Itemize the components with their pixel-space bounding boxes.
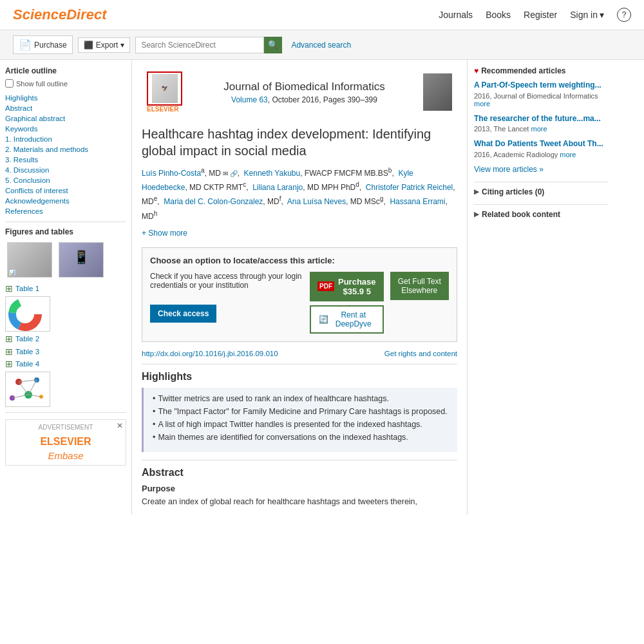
rec-article-1: A Part-Of-Speech term weighting... 2016,… bbox=[474, 80, 609, 108]
table-2-link[interactable]: Table 2 bbox=[15, 335, 39, 343]
ad-close-button[interactable]: ✕ bbox=[117, 421, 123, 430]
rec-article-1-title[interactable]: A Part-Of-Speech term weighting... bbox=[474, 80, 609, 91]
figure-thumb-1[interactable]: 📊 bbox=[7, 242, 52, 278]
access-box: Choose an option to locate/access this a… bbox=[142, 247, 457, 342]
journal-meta: Volume 63, October 2016, Pages 390–399 bbox=[192, 95, 417, 104]
author-7[interactable]: Ana Luísa Neves bbox=[287, 197, 346, 206]
purchase-toolbar-button[interactable]: 📄 Purchase bbox=[13, 35, 73, 54]
figure-network-thumb[interactable] bbox=[5, 372, 50, 407]
table-icon-4: ⊞ bbox=[5, 359, 13, 369]
access-inner: Check if you have access through your lo… bbox=[150, 272, 449, 334]
help-button[interactable]: ? bbox=[617, 8, 631, 22]
rec-article-3-title[interactable]: What Do Patients Tweet About Th... bbox=[474, 139, 609, 149]
svg-line-10 bbox=[28, 380, 37, 395]
search-container: 🔍 bbox=[135, 37, 282, 53]
triangle-icon-2: ▶ bbox=[474, 211, 479, 218]
rec-article-2-more[interactable]: more bbox=[531, 125, 547, 133]
journal-title: Journal of Biomedical Informatics bbox=[192, 80, 417, 93]
dropdown-icon: ▾ bbox=[120, 41, 124, 50]
header: ScienceDirect Journals Books Register Si… bbox=[0, 0, 644, 30]
rec-article-2-title[interactable]: The researcher of the future...ma... bbox=[474, 114, 609, 124]
article-title: Healthcare hashtag index development: Id… bbox=[142, 126, 457, 159]
highlights-box: • Twitter metrics are used to rank an in… bbox=[142, 388, 457, 452]
divider-1 bbox=[142, 364, 457, 365]
access-title: Choose an option to locate/access this a… bbox=[150, 256, 449, 265]
journal-cover-thumb bbox=[423, 73, 452, 111]
show-more-authors[interactable]: + Show more bbox=[142, 229, 187, 238]
advanced-search-link[interactable]: Advanced search bbox=[291, 41, 351, 50]
table-3-link[interactable]: Table 3 bbox=[15, 348, 39, 355]
svg-line-9 bbox=[19, 382, 28, 395]
rights-content-link[interactable]: Get rights and content bbox=[384, 350, 457, 357]
fulltext-elsewhere-button[interactable]: Get Full Text Elsewhere bbox=[390, 272, 449, 300]
author-1[interactable]: Luís Pinho-Costa bbox=[142, 169, 201, 178]
ad-elsevier-logo[interactable]: ELSEVIER bbox=[10, 436, 122, 448]
rec-article-1-meta: 2016, Journal of Biomedical Informatics … bbox=[474, 92, 609, 108]
figures-tables-title: Figures and tables bbox=[5, 227, 126, 236]
outline-materials[interactable]: 2. Materials and methods bbox=[5, 144, 126, 155]
show-full-outline-checkbox[interactable] bbox=[5, 79, 14, 88]
view-more-articles[interactable]: View more articles » bbox=[474, 165, 609, 174]
search-input[interactable] bbox=[135, 37, 264, 53]
table-4-link[interactable]: Table 4 bbox=[15, 360, 39, 368]
author-6[interactable]: Maria del C. Colon-Gonzalez bbox=[164, 197, 263, 206]
related-book-section[interactable]: ▶ Related book content bbox=[474, 204, 609, 219]
search-icon: 🔍 bbox=[268, 40, 278, 50]
chevron-down-icon: ▾ bbox=[600, 10, 604, 20]
nav-books[interactable]: Books bbox=[486, 10, 511, 20]
outline-introduction[interactable]: 1. Introduction bbox=[5, 134, 126, 144]
outline-graphical-abstract[interactable]: Graphical abstract bbox=[5, 113, 126, 124]
journal-volume-link[interactable]: Volume 63 bbox=[231, 95, 268, 104]
ad-embase-logo[interactable]: Embase bbox=[10, 450, 122, 461]
left-sidebar: Article outline Show full outline Highli… bbox=[0, 60, 132, 515]
header-nav: Journals Books Register Sign in ▾ ? bbox=[439, 8, 631, 22]
nav-signin[interactable]: Sign in ▾ bbox=[570, 10, 604, 20]
divider-2 bbox=[142, 460, 457, 460]
table-1-link[interactable]: Table 1 bbox=[15, 285, 39, 292]
rec-article-1-more[interactable]: more bbox=[474, 100, 490, 108]
outline-conclusion[interactable]: 5. Conclusion bbox=[5, 175, 126, 185]
rec-article-3-more[interactable]: more bbox=[560, 151, 576, 158]
outline-abstract[interactable]: Abstract bbox=[5, 103, 126, 113]
figure-thumb-2[interactable]: 📱 bbox=[59, 242, 104, 278]
outline-conflicts[interactable]: Conflicts of interest bbox=[5, 185, 126, 196]
site-logo[interactable]: ScienceDirect bbox=[13, 6, 107, 23]
purchase-price-button[interactable]: PDF Purchase $35.9 5 bbox=[310, 272, 384, 301]
highlight-3: • A list of high impact Twitter handles … bbox=[153, 420, 448, 429]
show-full-outline-row: Show full outline bbox=[5, 79, 126, 88]
pdf-icon-purchase: PDF bbox=[317, 281, 334, 291]
outline-keywords[interactable]: Keywords bbox=[5, 124, 126, 134]
check-access-button[interactable]: Check access bbox=[150, 305, 216, 323]
outline-highlights[interactable]: Highlights bbox=[5, 93, 126, 103]
author-4[interactable]: Liliana Laranjo bbox=[252, 183, 303, 192]
highlight-2: • The "Impact Factor" for Family Medicin… bbox=[153, 407, 448, 416]
access-right-buttons: PDF Purchase $35.9 5 🔄 Rent at DeepDyve bbox=[310, 272, 384, 334]
nav-register[interactable]: Register bbox=[524, 10, 557, 20]
elsevier-brand: ELSEVIER bbox=[147, 106, 185, 113]
search-button[interactable]: 🔍 bbox=[264, 37, 282, 53]
main-layout: Article outline Show full outline Highli… bbox=[0, 60, 644, 515]
outline-references[interactable]: References bbox=[5, 206, 126, 216]
outline-acknowledgements[interactable]: Acknowledgements bbox=[5, 196, 126, 206]
outline-discussion[interactable]: 4. Discussion bbox=[5, 165, 126, 175]
export-button[interactable]: ⬛ Export ▾ bbox=[78, 37, 131, 53]
right-sidebar: ♥ Recommended articles A Part-Of-Speech … bbox=[467, 60, 615, 515]
advertisement: ADVERTISEMENT ✕ ELSEVIER Embase bbox=[5, 419, 126, 466]
ad-divider bbox=[5, 412, 126, 413]
rent-deepdyve-button[interactable]: 🔄 Rent at DeepDyve bbox=[310, 305, 384, 334]
doi-link[interactable]: http://dx.doi.org/10.1016/j.jbi.2016.09.… bbox=[142, 350, 278, 357]
author-5[interactable]: Christofer Patrick Reichel bbox=[366, 183, 453, 192]
deepdyve-icon: 🔄 bbox=[319, 315, 328, 324]
main-content: 🦅 ELSEVIER Journal of Biomedical Informa… bbox=[132, 60, 467, 515]
table-icon-3: ⊞ bbox=[5, 346, 13, 357]
show-full-outline-label: Show full outline bbox=[16, 80, 68, 88]
table-2-thumb[interactable] bbox=[5, 296, 50, 332]
citing-articles-section[interactable]: ▶ Citing articles (0) bbox=[474, 182, 609, 196]
nav-journals[interactable]: Journals bbox=[439, 10, 473, 20]
authors-list: Luís Pinho-Costaa, MD ✉ 🔗, Kenneth Yakub… bbox=[142, 166, 457, 223]
rec-article-2-meta: 2013, The Lancet more bbox=[474, 125, 609, 133]
outline-results[interactable]: 3. Results bbox=[5, 155, 126, 165]
author-8[interactable]: Hassana Errami bbox=[390, 197, 445, 206]
author-2[interactable]: Kenneth Yakubu bbox=[244, 169, 301, 178]
highlight-4: • Main themes are identified for convers… bbox=[153, 433, 448, 442]
